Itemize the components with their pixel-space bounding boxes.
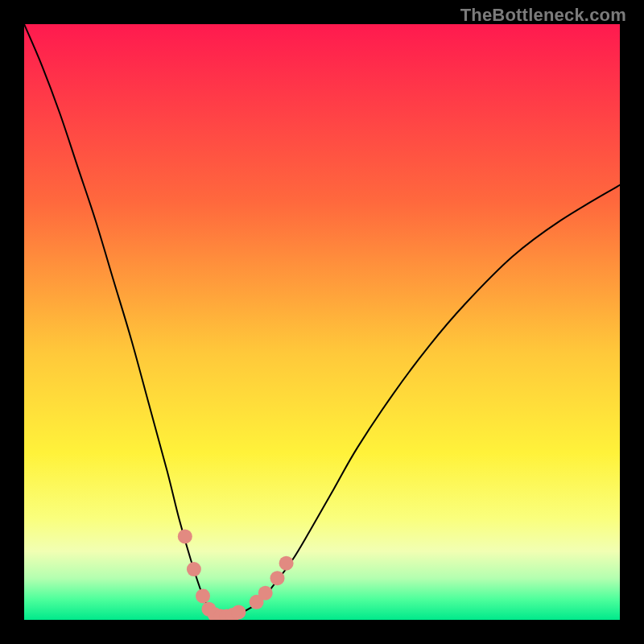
highlight-dot <box>187 562 201 576</box>
highlight-dot <box>258 586 273 601</box>
highlight-dot <box>279 556 294 571</box>
highlight-dot <box>270 571 285 585</box>
highlight-dot <box>231 605 246 619</box>
watermark-text: TheBottleneck.com <box>460 5 626 26</box>
highlight-dot <box>196 588 210 603</box>
bottleneck-chart <box>24 24 620 620</box>
plot-area <box>24 24 620 620</box>
highlight-dot <box>178 529 192 543</box>
chart-frame: TheBottleneck.com <box>0 0 644 644</box>
chart-background <box>24 24 620 620</box>
